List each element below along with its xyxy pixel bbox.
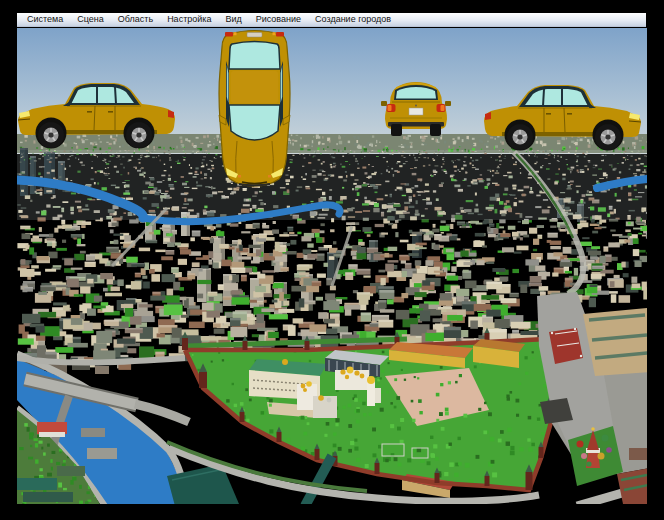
3d-viewport[interactable]: Aerial 3D view of central Moscow (Kremli…: [17, 28, 647, 504]
menu-item-system[interactable]: Система: [20, 13, 70, 26]
application-window: СистемаСценаОбластьНастройкаВидРисование…: [0, 0, 664, 520]
historical-museum: [549, 328, 583, 364]
menu-item-view[interactable]: Вид: [218, 13, 248, 26]
city-3d-scene[interactable]: Aerial 3D view of central Moscow (Kremli…: [17, 28, 647, 504]
distance-haze: [17, 150, 647, 220]
menu-item-settings[interactable]: Настройка: [160, 13, 218, 26]
dark-building: [540, 398, 573, 424]
menu-item-drawing[interactable]: Рисование: [249, 13, 308, 26]
menu-item-city-creation[interactable]: Создание городов: [308, 13, 398, 26]
red-square: [537, 292, 647, 504]
menu-bar: СистемаСценаОбластьНастройкаВидРисование…: [17, 13, 646, 27]
menu-item-scene[interactable]: Сцена: [70, 13, 111, 26]
car-top-view[interactable]: [219, 31, 290, 187]
menu-item-area[interactable]: Область: [111, 13, 160, 26]
